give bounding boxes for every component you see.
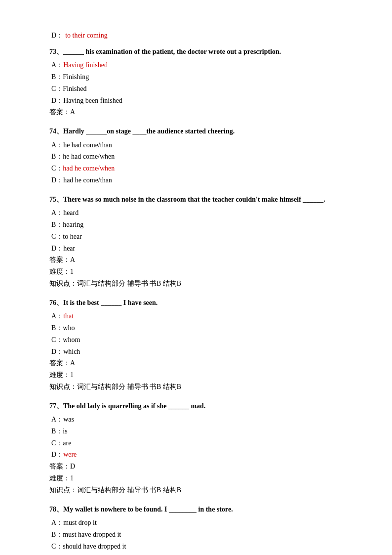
q73-a-label: A： xyxy=(51,61,63,69)
q77-difficulty: 难度：1 xyxy=(49,472,343,484)
q73-option-d: D：Having been finished xyxy=(51,95,343,107)
q74-option-d: D：had he come/than xyxy=(51,174,343,186)
q75-b-label: B： xyxy=(51,221,63,228)
q74-d-text: had he come/than xyxy=(63,176,112,184)
q74-c-text: had he come/when xyxy=(63,165,115,172)
q77-text: 77、The old lady is quarrelling as if she… xyxy=(49,401,343,412)
q75-d-text: hear xyxy=(63,245,75,252)
q73-c-text: Finished xyxy=(63,85,86,92)
q76-option-d: D：which xyxy=(51,346,343,358)
q78-text: 78、My wallet is nowhere to be found. I _… xyxy=(49,504,343,515)
q75-a-label: A： xyxy=(51,209,63,216)
q74-option-c: C：had he come/when xyxy=(51,163,343,174)
q75-knowledge: 知识点：词汇与结构部分 辅导书 书B 结构B xyxy=(49,278,343,290)
q74-a-text: he had come/than xyxy=(63,141,112,149)
q73-b-text: Finishing xyxy=(63,73,89,81)
q73-blank: ______ xyxy=(63,48,84,55)
question-74: 74、Hardly ______on stage ____the audienc… xyxy=(49,126,343,186)
q73-answer: 答案：A xyxy=(49,106,343,118)
q78-c-label: C： xyxy=(51,543,63,550)
q77-option-b: B：is xyxy=(51,426,343,437)
q77-c-label: C： xyxy=(51,439,63,447)
q77-main: The old lady is quarrelling as if she __… xyxy=(63,402,205,410)
q78-c-text: should have dropped it xyxy=(63,543,126,550)
q75-option-d: D：hear xyxy=(51,243,343,255)
q77-number: 77、 xyxy=(49,402,63,410)
q75-main: There was so much noise in the classroom… xyxy=(63,196,325,203)
q76-text: 76、It is the best ______ I have seen. xyxy=(49,298,343,308)
q77-d-label: D： xyxy=(51,451,63,458)
q73-d-text: Having been finished xyxy=(63,97,122,104)
q77-option-c: C：are xyxy=(51,437,343,449)
q76-c-text: whom xyxy=(63,336,80,343)
q73-a-text: Having finished xyxy=(63,61,108,69)
q75-difficulty: 难度：1 xyxy=(49,266,343,278)
q76-knowledge: 知识点：词汇与结构部分 辅导书 书B 结构B xyxy=(49,381,343,393)
q73-number: 73、 xyxy=(49,48,63,55)
q74-main: Hardly ______on stage ____the audience s… xyxy=(63,128,235,135)
q73-option-c: C：Finished xyxy=(51,83,343,95)
q74-d-label: D： xyxy=(51,176,63,184)
q76-d-label: D： xyxy=(51,348,63,355)
q76-b-label: B： xyxy=(51,324,63,332)
q73-option-b: B：Finishing xyxy=(51,71,343,83)
q73-b-label: B： xyxy=(51,73,63,81)
q76-option-c: C：whom xyxy=(51,334,343,346)
q77-option-a: A：was xyxy=(51,414,343,426)
q78-number: 78、 xyxy=(49,506,63,513)
q76-number: 76、 xyxy=(49,299,63,306)
question-75: 75、There was so much noise in the classr… xyxy=(49,194,343,290)
q77-b-label: B： xyxy=(51,427,63,435)
question-76: 76、It is the best ______ I have seen. A：… xyxy=(49,298,343,393)
q77-answer: 答案：D xyxy=(49,461,343,472)
question-78: 78、My wallet is nowhere to be found. I _… xyxy=(49,504,343,553)
continuation-d: D：to their coming xyxy=(49,30,343,42)
q77-option-d: D：were xyxy=(51,449,343,461)
q75-option-c: C：to hear xyxy=(51,231,343,243)
q74-option-b: B：he had come/when xyxy=(51,151,343,163)
q76-a-text: that xyxy=(63,312,74,320)
q74-b-label: B： xyxy=(51,153,63,160)
q76-option-a: A：that xyxy=(51,310,343,322)
q73-c-label: C： xyxy=(51,85,63,92)
q75-c-text: to hear xyxy=(63,233,81,240)
q75-option-b: B：hearing xyxy=(51,219,343,231)
q75-option-a: A：heard xyxy=(51,207,343,219)
q76-d-text: which xyxy=(63,348,80,355)
q78-a-label: A： xyxy=(51,519,63,526)
q76-option-b: B：who xyxy=(51,322,343,334)
q73-d-label: D： xyxy=(51,97,63,104)
q77-d-text: were xyxy=(63,451,77,458)
q78-option-a: A：must drop it xyxy=(51,517,343,529)
q76-a-label: A： xyxy=(51,312,63,320)
q76-difficulty: 难度：1 xyxy=(49,369,343,381)
q78-main: My wallet is nowhere to be found. I ____… xyxy=(63,506,233,513)
q75-a-text: heard xyxy=(63,209,78,216)
q75-text: 75、There was so much noise in the classr… xyxy=(49,194,343,205)
q74-c-label: C： xyxy=(51,165,63,172)
q74-option-a: A：he had come/than xyxy=(51,139,343,151)
q75-number: 75、 xyxy=(49,196,63,203)
q78-option-b: B：must have dropped it xyxy=(51,529,343,541)
option-d-label: D： xyxy=(51,32,63,39)
q74-number: 74、 xyxy=(49,128,63,135)
q76-c-label: C： xyxy=(51,336,63,343)
q77-a-text: was xyxy=(63,416,74,423)
q77-a-label: A： xyxy=(51,416,63,423)
q77-knowledge: 知识点：词汇与结构部分 辅导书 书B 结构B xyxy=(49,484,343,496)
q76-answer: 答案：A xyxy=(49,357,343,369)
q78-a-text: must drop it xyxy=(63,519,97,526)
q75-b-text: hearing xyxy=(63,221,83,228)
q77-c-text: are xyxy=(63,439,71,447)
question-77: 77、The old lady is quarrelling as if she… xyxy=(49,401,343,496)
q77-b-text: is xyxy=(63,427,67,435)
question-73: 73、______ his examination of the patient… xyxy=(49,46,343,118)
q73-main: his examination of the patient, the doct… xyxy=(84,48,281,55)
q78-b-label: B： xyxy=(51,531,63,538)
q76-main: It is the best ______ I have seen. xyxy=(63,299,157,306)
q78-b-text: must have dropped it xyxy=(63,531,121,538)
q73-text: 73、______ his examination of the patient… xyxy=(49,46,343,57)
q75-d-label: D： xyxy=(51,245,63,252)
q75-answer: 答案：A xyxy=(49,254,343,266)
q73-option-a: A：Having finished xyxy=(51,59,343,71)
